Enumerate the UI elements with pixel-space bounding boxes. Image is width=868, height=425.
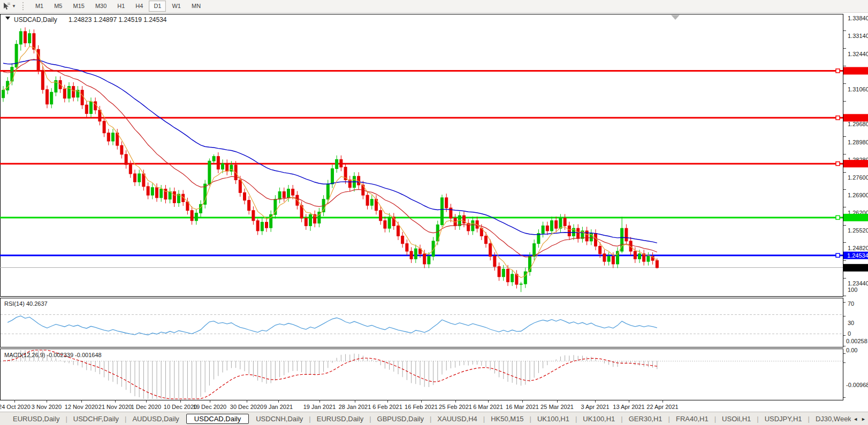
price-line-badge-label: 1.26503 xyxy=(847,202,868,208)
bear-candle xyxy=(103,121,105,133)
chart-tab-audusd-daily[interactable]: AUDUSD,Daily xyxy=(127,414,184,424)
bull-candle xyxy=(414,249,417,259)
line-drag-handle[interactable] xyxy=(836,253,840,257)
timeframe-button-m15[interactable]: M15 xyxy=(68,1,89,12)
cursor-tool-button[interactable]: ▼ xyxy=(0,0,18,12)
line-drag-handle[interactable] xyxy=(836,215,840,219)
line-drag-handle[interactable] xyxy=(836,116,840,120)
bear-candle xyxy=(107,133,110,141)
chart-tab-usoil-h1[interactable]: USOil,H1 xyxy=(717,414,756,424)
bull-candle xyxy=(28,34,31,43)
line-drag-handle[interactable] xyxy=(836,69,840,73)
bear-candle xyxy=(489,244,492,257)
bull-candle xyxy=(542,226,544,233)
bull-candle xyxy=(112,133,115,141)
timeframe-button-h4[interactable]: H4 xyxy=(131,1,148,12)
bear-candle xyxy=(72,86,75,97)
date-tick-label: 1 Dec 2020 xyxy=(131,404,161,410)
bear-candle xyxy=(568,226,570,236)
chart-tab-hk50-m15[interactable]: HK50,M15 xyxy=(485,414,529,424)
chart-tab-eurusd-daily[interactable]: EURUSD,Daily xyxy=(311,414,369,424)
date-tick-label: 3 Nov 2020 xyxy=(32,404,62,410)
date-tick-label: 25 Feb 2021 xyxy=(439,404,472,410)
date-tick-label: 6 Mar 2021 xyxy=(473,404,503,410)
chart-tab-eurusd-daily[interactable]: EURUSD,Daily xyxy=(7,414,65,424)
date-tick-label: 9 Jan 2021 xyxy=(264,404,293,410)
current-price-badge xyxy=(843,264,868,272)
timeframe-button-mn[interactable]: MN xyxy=(187,1,205,12)
timeframe-button-m1[interactable]: M1 xyxy=(31,1,48,12)
price-line-badge-label: 1.30415 xyxy=(847,102,868,109)
bear-candle xyxy=(379,211,382,221)
mt4-window: ▼ M1M5M15M30H1H4D1W1MN USDCAD,Daily1.248… xyxy=(0,0,868,425)
tab-scroll-left-icon[interactable]: ◄ xyxy=(853,416,858,422)
bull-candle xyxy=(370,199,373,205)
timeframe-toolbar: ▼ M1M5M15M30H1H4D1W1MN xyxy=(0,0,868,13)
bear-candle xyxy=(564,218,566,226)
bear-candle xyxy=(59,80,62,89)
chart-tab-dj30-weekly[interactable]: DJ30,Weekly xyxy=(810,414,851,424)
bull-candle xyxy=(537,234,540,244)
bull-candle xyxy=(471,221,474,231)
bear-candle xyxy=(507,269,509,282)
price-line-badge xyxy=(843,67,868,74)
chart-tab-ger30-h1[interactable]: GER30,H1 xyxy=(623,414,668,424)
tab-scroll-right-icon[interactable]: ► xyxy=(861,416,866,422)
price-tick-label: 1.31060 xyxy=(848,86,868,92)
bull-candle xyxy=(326,184,329,199)
bear-candle xyxy=(191,211,193,221)
bear-candle xyxy=(226,164,229,171)
macd-tick-label: 0.00258 xyxy=(846,338,867,344)
bear-candle xyxy=(129,165,132,174)
bear-candle xyxy=(265,222,268,228)
price-tick-label: 1.33840 xyxy=(848,15,868,21)
chart-tab-usdcnh-daily[interactable]: USDCNH,Daily xyxy=(250,414,308,424)
chart-tab-gbpusd-daily[interactable]: GBPUSD,Daily xyxy=(372,414,429,424)
bull-candle xyxy=(309,214,312,226)
chart-tab-uk100-h1[interactable]: UK100,H1 xyxy=(577,414,620,424)
rsi-tick-label: 30 xyxy=(848,320,854,326)
bear-candle xyxy=(304,218,307,226)
cursor-tool-icon xyxy=(2,2,11,11)
macd-tick-label: -0.009687 xyxy=(846,382,868,388)
chart-tab-xauusd-h4[interactable]: XAUUSD,H4 xyxy=(432,414,482,424)
bear-candle xyxy=(142,174,145,187)
line-drag-handle[interactable] xyxy=(836,162,840,166)
price-tick-label: 1.25520 xyxy=(848,227,868,234)
bear-candle xyxy=(156,188,158,198)
timeframe-button-m5[interactable]: M5 xyxy=(49,1,67,12)
date-tick-label: 10 Dec 2020 xyxy=(164,404,197,410)
bear-candle xyxy=(485,236,488,243)
rsi-tick-label: 70 xyxy=(848,300,854,307)
bear-candle xyxy=(546,226,549,231)
date-tick-label: 13 Apr 2021 xyxy=(613,404,644,410)
price-line-badge xyxy=(843,114,868,121)
price-line-badge-label: 1.28616 xyxy=(847,148,868,154)
bear-candle xyxy=(577,228,580,238)
toolbar-grip-handle[interactable] xyxy=(22,2,27,10)
chart-tab-usdcad-daily[interactable]: USDCAD,Daily xyxy=(186,414,249,424)
date-tick-label: 21 Nov 2020 xyxy=(98,404,132,410)
timeframe-button-d1[interactable]: D1 xyxy=(149,1,166,12)
price-line-badge-label: 1.32258 xyxy=(847,55,868,61)
timeframe-button-h1[interactable]: H1 xyxy=(112,1,130,12)
bear-candle xyxy=(445,198,448,208)
bear-candle xyxy=(397,226,400,236)
chart-tab-usdchf-daily[interactable]: USDCHF,Daily xyxy=(68,414,124,424)
macd-panel xyxy=(1,349,843,400)
chart-tab-uk100-h1[interactable]: UK100,H1 xyxy=(532,414,575,424)
chart-tab-usdjpy-h1[interactable]: USDJPY,H1 xyxy=(759,414,808,424)
rsi-panel xyxy=(1,298,843,347)
bear-candle xyxy=(555,221,558,228)
bear-candle xyxy=(410,251,413,259)
bear-candle xyxy=(292,189,294,195)
macd-tick-label: 0.00 xyxy=(846,347,857,353)
chart-tab-strip: EURUSD,Daily|USDCHF,Daily|AUDUSD,DailyUS… xyxy=(0,414,851,424)
bull-candle xyxy=(638,254,641,259)
price-tick-label: 1.33140 xyxy=(848,33,868,39)
timeframe-button-w1[interactable]: W1 xyxy=(167,1,186,12)
timeframe-button-m30[interactable]: M30 xyxy=(90,1,111,12)
chart-tab-fra40-h1[interactable]: FRA40,H1 xyxy=(671,414,714,424)
bear-candle xyxy=(85,105,88,113)
date-tick-label: 30 Dec 2020 xyxy=(230,404,263,410)
